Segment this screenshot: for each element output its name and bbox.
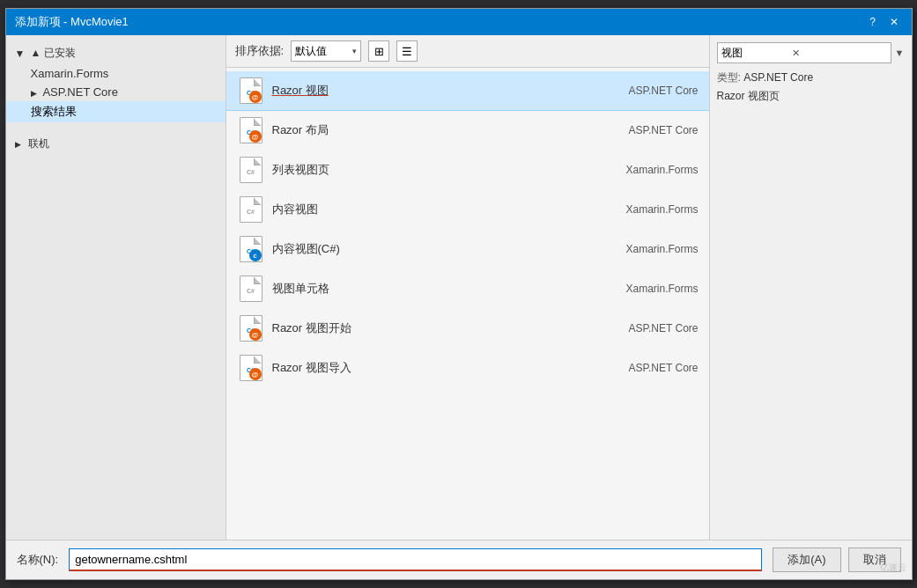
item-icon-6: C# bbox=[237, 275, 265, 303]
grid-icon: ⊞ bbox=[374, 45, 384, 58]
name-label: 名称(N): bbox=[17, 552, 59, 568]
file-icon-7: C# @ bbox=[240, 315, 263, 342]
right-search-clear-icon[interactable]: ✕ bbox=[792, 48, 800, 59]
item-icon-3: C# bbox=[237, 156, 265, 184]
list-item[interactable]: C# @ Razor 视图导入 ASP.NET Core bbox=[226, 349, 709, 388]
file-icon-8: C# @ bbox=[240, 355, 263, 381]
online-arrow-icon: ▶ bbox=[15, 140, 21, 149]
xamarin-label: Xamarin.Forms bbox=[31, 67, 109, 80]
item-name-7: Razor 视图开始 bbox=[272, 320, 593, 336]
item-type-5: Xamarin.Forms bbox=[593, 243, 699, 255]
watermark-text: 亿速云 bbox=[880, 562, 906, 572]
sidebar-item-aspnet[interactable]: ▶ ASP.NET Core bbox=[6, 83, 226, 101]
sidebar-item-search[interactable]: 搜索结果 bbox=[6, 101, 226, 122]
item-type-7: ASP.NET Core bbox=[593, 322, 699, 334]
file-icon-5: C# c bbox=[240, 236, 263, 262]
right-info: 类型: ASP.NET Core Razor 视图页 bbox=[717, 70, 905, 104]
type-value: ASP.NET Core bbox=[743, 71, 813, 84]
item-type-2: ASP.NET Core bbox=[593, 124, 699, 136]
online-section-header[interactable]: ▶ 联机 bbox=[6, 133, 226, 155]
file-icon-4: C# bbox=[240, 196, 263, 223]
item-icon-5: C# c bbox=[237, 235, 265, 263]
right-panel: 视图 ✕ ▼ 类型: ASP.NET Core Razor 视图页 bbox=[709, 35, 912, 540]
right-search-input[interactable]: 视图 bbox=[721, 47, 792, 59]
file-icon-text-3: C# bbox=[247, 169, 255, 175]
add-button[interactable]: 添加(A) bbox=[773, 548, 840, 572]
item-name-5: 内容视图(C#) bbox=[272, 241, 593, 257]
desc-row: Razor 视图页 bbox=[717, 89, 905, 104]
aspnet-label: ASP.NET Core bbox=[42, 85, 118, 99]
aspnet-arrow-icon: ▶ bbox=[31, 89, 37, 98]
item-type-3: Xamarin.Forms bbox=[593, 164, 699, 176]
title-bar-controls: ? ✕ bbox=[864, 13, 903, 31]
item-icon-1: C# @ bbox=[237, 77, 265, 105]
close-button[interactable]: ✕ bbox=[885, 13, 903, 31]
name-input[interactable] bbox=[69, 548, 762, 571]
icon-badge-1: @ bbox=[249, 91, 262, 103]
dialog-title: 添加新项 - MvcMovie1 bbox=[15, 14, 129, 30]
file-icon-6: C# bbox=[240, 276, 263, 302]
icon-badge-5: c bbox=[249, 249, 262, 261]
list-item[interactable]: C# 列表视图页 Xamarin.Forms bbox=[226, 151, 709, 190]
list-view-button[interactable]: ☰ bbox=[396, 40, 418, 62]
watermark: 亿速云 bbox=[880, 562, 906, 574]
list-icon: ☰ bbox=[402, 45, 412, 58]
file-icon-text-6: C# bbox=[247, 288, 255, 294]
icon-badge-2: @ bbox=[249, 130, 262, 143]
file-icon-text-4: C# bbox=[247, 209, 255, 215]
add-new-item-dialog: 添加新项 - MvcMovie1 ? ✕ ▼ ▲ 已安装 Xamarin.For… bbox=[5, 8, 913, 580]
add-button-label: 添加(A) bbox=[788, 553, 825, 566]
right-panel-expand-icon[interactable]: ▼ bbox=[895, 48, 905, 58]
installed-section-header[interactable]: ▼ ▲ 已安装 bbox=[6, 42, 226, 64]
online-label: 联机 bbox=[28, 136, 49, 151]
item-icon-4: C# bbox=[237, 195, 265, 224]
sort-select-wrapper[interactable]: 默认值 名称 类型 bbox=[291, 40, 361, 62]
content-area: ▼ ▲ 已安装 Xamarin.Forms ▶ ASP.NET Core 搜索结… bbox=[6, 35, 912, 540]
search-results-label: 搜索结果 bbox=[31, 105, 77, 118]
sort-label: 排序依据: bbox=[235, 43, 285, 59]
left-panel: ▼ ▲ 已安装 Xamarin.Forms ▶ ASP.NET Core 搜索结… bbox=[6, 35, 226, 540]
list-item[interactable]: C# @ Razor 视图开始 ASP.NET Core bbox=[226, 309, 709, 349]
item-icon-2: C# @ bbox=[237, 116, 265, 144]
toolbar: 排序依据: 默认值 名称 类型 ⊞ ☰ bbox=[226, 35, 709, 68]
type-row: 类型: ASP.NET Core bbox=[717, 70, 905, 85]
bottom-bar: 名称(N): 添加(A) 取消 bbox=[6, 540, 912, 579]
installed-arrow-icon: ▼ bbox=[15, 48, 26, 60]
desc-value: Razor 视图页 bbox=[717, 90, 780, 102]
item-name-3: 列表视图页 bbox=[272, 162, 593, 178]
middle-panel: 排序依据: 默认值 名称 类型 ⊞ ☰ bbox=[226, 35, 709, 540]
item-name-2: Razor 布局 bbox=[272, 122, 593, 138]
list-item[interactable]: C# 视图单元格 Xamarin.Forms bbox=[226, 269, 709, 309]
installed-label: ▲ 已安装 bbox=[30, 46, 75, 61]
file-icon-2: C# @ bbox=[240, 117, 263, 143]
sidebar-item-xamarin[interactable]: Xamarin.Forms bbox=[6, 64, 226, 83]
item-name-6: 视图单元格 bbox=[272, 281, 593, 297]
item-name-1: Razor 视图 bbox=[272, 83, 593, 99]
item-icon-7: C# @ bbox=[237, 314, 265, 342]
icon-badge-7: @ bbox=[249, 328, 262, 341]
item-type-6: Xamarin.Forms bbox=[593, 283, 699, 295]
grid-view-button[interactable]: ⊞ bbox=[368, 40, 389, 62]
item-type-1: ASP.NET Core bbox=[593, 85, 699, 97]
list-item[interactable]: C# c 内容视图(C#) Xamarin.Forms bbox=[226, 230, 709, 269]
list-item[interactable]: C# @ Razor 视图 ASP.NET Core bbox=[226, 71, 709, 111]
icon-badge-8: @ bbox=[249, 368, 262, 380]
item-type-8: ASP.NET Core bbox=[593, 362, 699, 374]
help-button[interactable]: ? bbox=[864, 13, 882, 31]
type-label: 类型: bbox=[717, 71, 741, 84]
item-icon-8: C# @ bbox=[237, 354, 265, 382]
title-bar: 添加新项 - MvcMovie1 ? ✕ bbox=[6, 9, 912, 35]
item-name-4: 内容视图 bbox=[272, 202, 593, 217]
items-list: C# @ Razor 视图 ASP.NET Core C# @ bbox=[226, 68, 709, 540]
list-item[interactable]: C# 内容视图 Xamarin.Forms bbox=[226, 190, 709, 230]
item-name-8: Razor 视图导入 bbox=[272, 360, 593, 376]
list-item[interactable]: C# @ Razor 布局 ASP.NET Core bbox=[226, 111, 709, 151]
file-icon-3: C# bbox=[240, 157, 263, 183]
right-panel-header: 视图 ✕ ▼ bbox=[717, 42, 905, 63]
item-type-4: Xamarin.Forms bbox=[593, 203, 699, 216]
right-search-wrapper[interactable]: 视图 ✕ bbox=[717, 42, 891, 63]
file-icon-1: C# @ bbox=[240, 77, 263, 104]
sort-select[interactable]: 默认值 名称 类型 bbox=[291, 40, 361, 62]
